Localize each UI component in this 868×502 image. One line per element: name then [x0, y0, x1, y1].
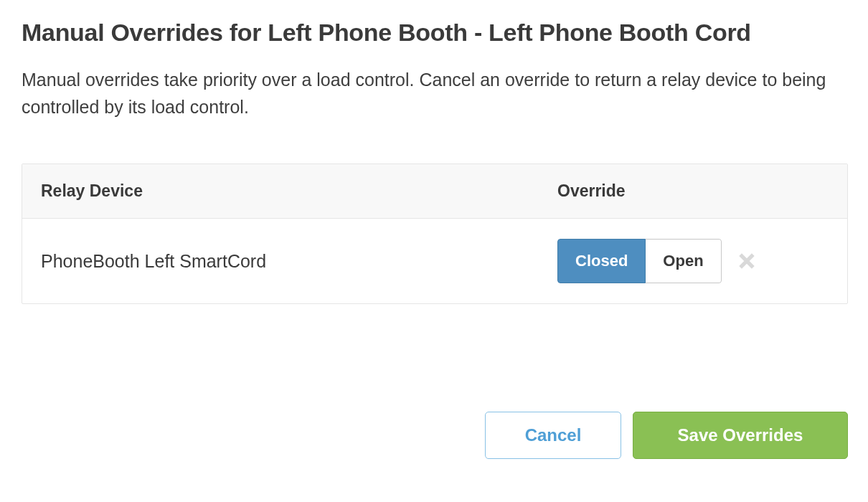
override-closed-button[interactable]: Closed: [557, 239, 646, 283]
table-row: PhoneBooth Left SmartCord Closed Open: [22, 219, 847, 303]
dialog-footer: Cancel Save Overrides: [22, 412, 848, 459]
cancel-button[interactable]: Cancel: [485, 412, 621, 459]
override-controls: Closed Open: [557, 239, 829, 283]
override-toggle-group: Closed Open: [557, 239, 722, 283]
overrides-table: Relay Device Override PhoneBooth Left Sm…: [22, 164, 848, 304]
override-open-button[interactable]: Open: [646, 239, 721, 283]
column-header-device: Relay Device: [41, 181, 557, 201]
dialog-title: Manual Overrides for Left Phone Booth - …: [22, 19, 846, 47]
clear-override-button[interactable]: [735, 249, 759, 273]
save-overrides-button[interactable]: Save Overrides: [633, 412, 848, 459]
column-header-override: Override: [557, 181, 829, 201]
close-icon: [736, 250, 758, 272]
relay-device-name: PhoneBooth Left SmartCord: [41, 251, 557, 272]
dialog-description: Manual overrides take priority over a lo…: [22, 67, 832, 120]
table-header: Relay Device Override: [22, 164, 847, 219]
